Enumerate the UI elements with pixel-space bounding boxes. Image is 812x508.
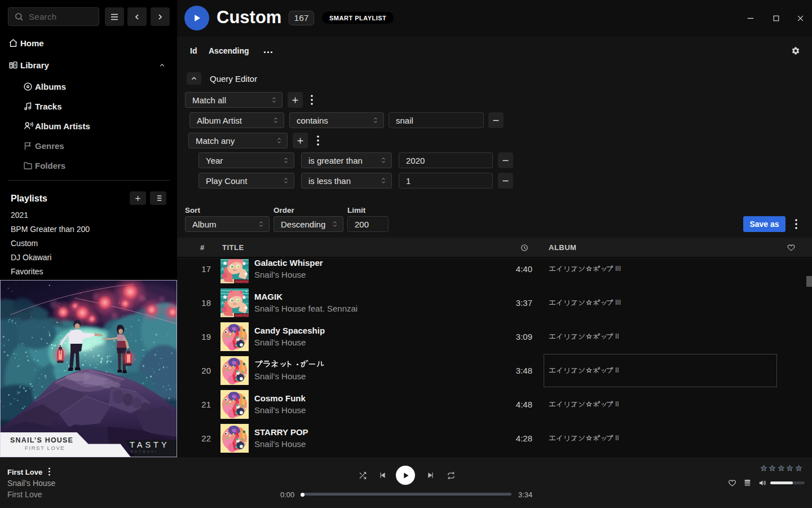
svg-text:VIVID*POP!: VIVID*POP! (235, 280, 249, 283)
svg-text:II: II (615, 332, 619, 340)
svg-text:SNAIL’S HOUSE: SNAIL’S HOUSE (10, 436, 73, 444)
svg-text:II: II (615, 400, 619, 408)
svg-text:III: III (615, 265, 621, 273)
svg-text:II: II (615, 434, 619, 442)
svg-text:TASTY: TASTY (130, 440, 170, 449)
svg-text:BSTMAXI: BSTMAXI (131, 450, 158, 453)
svg-text:FIRST LOVE: FIRST LOVE (25, 445, 65, 451)
svg-text:VIVID*POP!: VIVID*POP! (235, 314, 249, 317)
svg-text:III: III (615, 299, 621, 306)
